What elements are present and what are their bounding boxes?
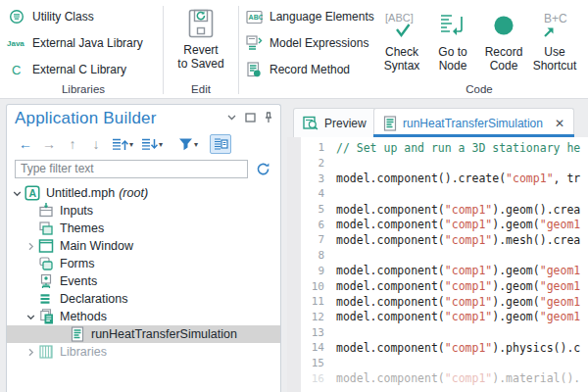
tree-item-label: Main Window bbox=[60, 239, 133, 253]
use-shortcut-icon: B+C bbox=[538, 8, 571, 43]
revert-label-line1: Revert bbox=[183, 43, 218, 57]
code-line-5[interactable]: 5model.component("comp1").geom().crea bbox=[287, 202, 588, 218]
libraries-icon bbox=[37, 344, 54, 360]
use-shortcut-button[interactable]: B+C UseShortcut bbox=[529, 8, 580, 73]
code-text: model.component("comp1").material(). bbox=[336, 371, 580, 385]
code-line-16[interactable]: 16model.component("comp1").material(). bbox=[287, 370, 588, 386]
svg-text:[ABC]: [ABC] bbox=[385, 12, 414, 24]
app-a-icon: A bbox=[24, 185, 40, 201]
tree-item-main-window[interactable]: Main Window bbox=[7, 237, 280, 255]
show-in-editor-toggle[interactable] bbox=[210, 134, 231, 154]
code-line-4[interactable]: 4 bbox=[287, 186, 588, 202]
language-elements-button[interactable]: ABC Language Elements bbox=[243, 4, 374, 29]
method-doc-icon bbox=[383, 116, 397, 131]
sort-descending-button[interactable]: ▾ bbox=[139, 135, 165, 153]
tree-item-forms[interactable]: Forms bbox=[7, 255, 280, 272]
code-line-1[interactable]: 1// Set up and run a 3D stationary he bbox=[287, 140, 588, 156]
chevron-down-icon[interactable] bbox=[24, 313, 37, 321]
code-line-13[interactable]: 13 bbox=[287, 324, 588, 340]
code-line-12[interactable]: 12model.component("comp1").geom("geom1 bbox=[287, 310, 588, 325]
line-number: 7 bbox=[301, 233, 324, 246]
tree-item-untitled-mph[interactable]: AUntitled.mph(root) bbox=[7, 184, 280, 202]
code-line-7[interactable]: 7model.component("comp1").mesh().crea bbox=[287, 232, 588, 248]
record-code-button[interactable]: RecordCode bbox=[478, 8, 529, 73]
utility-class-button[interactable]: Utility Class bbox=[6, 4, 94, 29]
back-button[interactable]: ← bbox=[16, 135, 35, 153]
utility-class-label: Utility Class bbox=[32, 10, 94, 24]
code-line-2[interactable]: 2 bbox=[287, 156, 588, 172]
model-expressions-label: Model Expressions bbox=[270, 36, 368, 50]
float-panel-icon[interactable] bbox=[244, 112, 256, 123]
filter-text-input[interactable] bbox=[15, 160, 248, 178]
model-expressions-button[interactable]: Model Expressions bbox=[243, 30, 368, 56]
record-method-label: Record Method bbox=[270, 63, 350, 76]
tab-run-heat-transfer-simulation[interactable]: runHeatTransferSimulation ✕ bbox=[373, 108, 574, 137]
chevron-down-icon[interactable] bbox=[11, 189, 24, 198]
code-editor-area[interactable]: 1// Set up and run a 3D stationary he23m… bbox=[287, 137, 588, 392]
code-text: model.component().create("comp1", tr bbox=[336, 172, 580, 185]
close-tab-icon[interactable]: ✕ bbox=[555, 118, 564, 129]
line-number: 12 bbox=[301, 311, 324, 323]
external-java-library-button[interactable]: Java External Java Library bbox=[6, 30, 143, 56]
revert-label-line2: to Saved bbox=[177, 57, 223, 71]
code-text: model.component("comp1").geom("geom1 bbox=[336, 279, 580, 293]
code-line-8[interactable]: 8 bbox=[287, 248, 588, 264]
forward-button[interactable]: → bbox=[39, 135, 59, 153]
java-icon: Java bbox=[6, 35, 27, 51]
chevron-right-icon[interactable] bbox=[24, 242, 37, 251]
tree-item-inputs[interactable]: Inputs bbox=[7, 202, 280, 220]
tree-item-themes[interactable]: Themes bbox=[7, 220, 280, 237]
go-to-node-icon bbox=[439, 8, 466, 43]
code-editor-panel: Preview runHeatTransferSimulation ✕ 1// … bbox=[287, 104, 588, 392]
move-up-arrow-button[interactable]: ↑ bbox=[63, 135, 82, 153]
tree-item-events[interactable]: Events bbox=[7, 272, 280, 290]
code-line-9[interactable]: 9model.component("comp1").geom("geom1 bbox=[287, 264, 588, 279]
chevron-right-icon[interactable] bbox=[24, 348, 37, 357]
code-line-11[interactable]: 11model.component("comp1").geom("geom1 bbox=[287, 294, 588, 310]
ribbon-group-edit: Revertto Saved Edit bbox=[167, 0, 235, 98]
go-to-node-button[interactable]: Go toNode bbox=[427, 8, 478, 73]
filter-button[interactable]: ▾ bbox=[176, 135, 200, 153]
ribbon-toolbar: Utility Class Java External Java Library… bbox=[0, 0, 588, 99]
code-line-14[interactable]: 14model.component("comp1").physics().c bbox=[287, 340, 588, 356]
tree-item-label: Forms bbox=[60, 257, 94, 270]
tree-item-libraries[interactable]: Libraries bbox=[7, 343, 280, 361]
line-number: 1 bbox=[301, 141, 324, 154]
svg-text:ABC: ABC bbox=[248, 14, 262, 21]
revert-to-saved-button[interactable]: Revertto Saved bbox=[167, 6, 235, 71]
tab-preview-label: Preview bbox=[324, 117, 367, 130]
code-line-3[interactable]: 3model.component().create("comp1", tr bbox=[287, 171, 588, 186]
refresh-icon[interactable] bbox=[256, 162, 270, 176]
tree-item-label: Declarations bbox=[60, 292, 127, 306]
code-line-6[interactable]: 6model.component("comp1").geom("geom1 bbox=[287, 217, 588, 232]
record-code-icon bbox=[491, 8, 516, 43]
code-line-15[interactable]: 15 bbox=[287, 356, 588, 371]
pin-panel-icon[interactable] bbox=[263, 112, 274, 123]
workspace-backdrop: Application Builder ← → ↑ ↓ ▾ ▾ ▾ AUntit… bbox=[0, 99, 588, 392]
move-down-arrow-button[interactable]: ↓ bbox=[86, 135, 106, 153]
utility-class-icon bbox=[6, 9, 27, 24]
external-c-library-button[interactable]: C External C Library bbox=[6, 57, 126, 82]
line-number: 8 bbox=[301, 249, 324, 262]
tree-item-methods[interactable]: Methods bbox=[7, 308, 280, 325]
code-text: model.component("comp1").physics().c bbox=[336, 341, 580, 355]
check-syntax-button[interactable]: [ABC] CheckSyntax bbox=[376, 8, 427, 73]
tree-item-label: Untitled.mph bbox=[46, 186, 115, 200]
line-number: 3 bbox=[301, 172, 324, 185]
show-in-editor-icon bbox=[214, 137, 228, 151]
code-text: model.component("comp1").geom("geom1 bbox=[336, 264, 580, 277]
language-elements-label: Language Elements bbox=[270, 10, 374, 24]
record-method-button[interactable]: Record Method bbox=[243, 57, 350, 82]
ribbon-separator bbox=[163, 6, 164, 94]
tree-item-declarations[interactable]: Declarations bbox=[7, 290, 280, 308]
line-number: 6 bbox=[301, 219, 324, 231]
list-down-icon bbox=[141, 137, 158, 152]
code-line-10[interactable]: 10model.component("comp1").geom("geom1 bbox=[287, 278, 588, 294]
sort-ascending-button[interactable]: ▾ bbox=[110, 135, 135, 153]
panel-menu-chevron-icon[interactable] bbox=[225, 112, 237, 123]
themes-icon bbox=[37, 220, 54, 236]
tab-preview[interactable]: Preview bbox=[293, 108, 376, 137]
application-tree: AUntitled.mph(root)InputsThemesMain Wind… bbox=[7, 184, 280, 361]
check-syntax-icon: [ABC] bbox=[384, 8, 419, 43]
tree-item-runheattransfersimulation[interactable]: runHeatTransferSimulation bbox=[7, 325, 280, 343]
